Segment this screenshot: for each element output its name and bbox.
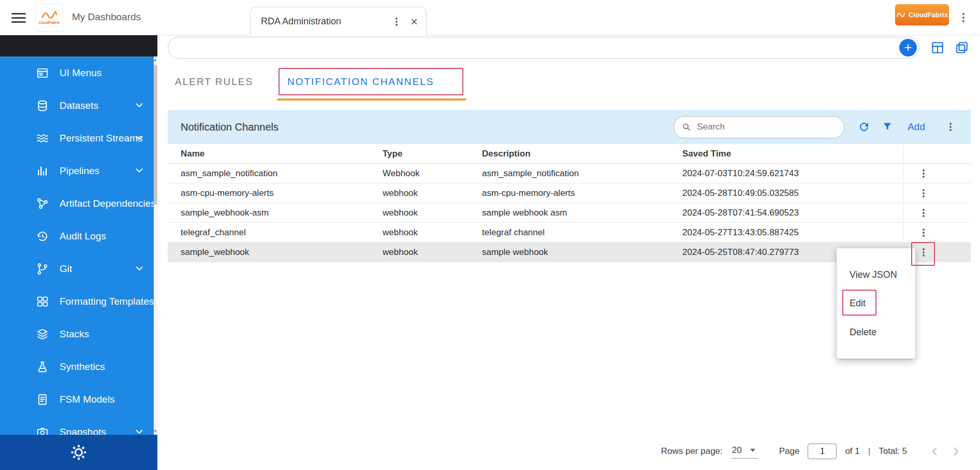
table-row[interactable]: asm-cpu-memory-alerts webhook asm-cpu-me… xyxy=(168,183,971,203)
row-kebab-menu-icon[interactable] xyxy=(918,223,929,243)
sidebar-item-audit-logs[interactable]: Audit Logs xyxy=(0,220,154,252)
brand-badge-label: CloudFabrix xyxy=(909,11,948,19)
sidebar-item-label: Audit Logs xyxy=(60,231,106,242)
chevron-down-icon xyxy=(134,263,145,274)
rows-per-page-select[interactable]: 20 xyxy=(731,444,758,459)
sidebar-item-label: Pipelines xyxy=(60,165,99,177)
cloudfabrix-logo[interactable]: CloudFabrix xyxy=(35,4,63,32)
cell-description: asm_sample_notification xyxy=(482,168,682,179)
table-row[interactable]: sample_webhook-asm webhook sample webhoo… xyxy=(168,203,971,223)
caret-down-icon xyxy=(750,449,755,452)
cloudfabrix-brand-badge[interactable]: CloudFabrix xyxy=(895,4,949,25)
tab-rda-administration[interactable]: RDA Administration × xyxy=(250,7,427,36)
cell-saved-time: 2024-05-28T07:41:54.690523 xyxy=(682,208,903,218)
tab-kebab-menu-icon[interactable] xyxy=(391,13,402,30)
column-header-saved-time: Saved Time xyxy=(682,149,903,159)
sidebar-item-pipelines[interactable]: Pipelines xyxy=(0,154,154,187)
tab-notification-channels[interactable]: NOTIFICATION CHANNELS xyxy=(287,76,434,88)
cloudfabrix-logo-mark xyxy=(41,11,57,20)
save-view-icon[interactable] xyxy=(955,41,969,54)
scrollbar-down-arrow[interactable] xyxy=(154,430,157,433)
page-number-input[interactable] xyxy=(808,444,837,459)
column-header-name: Name xyxy=(181,149,383,159)
refresh-icon[interactable] xyxy=(858,121,870,133)
cell-name: asm-cpu-memory-alerts xyxy=(181,188,383,198)
sidebar-item-synthetics[interactable]: Synthetics xyxy=(0,350,154,383)
panel-kebab-menu-icon[interactable] xyxy=(945,119,956,135)
notification-channels-panel: Notification Channels Add Name Type Desc… xyxy=(168,110,971,262)
sidebar-item-persistent-streams[interactable]: Persistent Streams xyxy=(0,122,154,154)
sidebar-item-label: Artifact Dependencies xyxy=(60,198,154,209)
search-box[interactable] xyxy=(674,116,844,138)
logo-text: CloudFabrix xyxy=(39,21,60,24)
audit-logs-icon xyxy=(36,230,49,243)
row-kebab-menu-icon[interactable] xyxy=(918,164,929,183)
snapshots-icon xyxy=(36,425,49,435)
pipelines-icon xyxy=(36,164,49,178)
sidebar-item-label: Persistent Streams xyxy=(60,133,143,144)
hamburger-menu-icon[interactable] xyxy=(11,13,26,25)
my-dashboards-label[interactable]: My Dashboards xyxy=(72,11,141,23)
sidebar-item-formatting-templates[interactable]: Formatting Templates xyxy=(0,285,154,318)
sidebar-scrollbar[interactable] xyxy=(154,56,157,435)
context-menu-item-delete[interactable]: Delete xyxy=(837,327,915,338)
cell-name: asm_sample_notification xyxy=(181,168,383,179)
row-kebab-menu-icon[interactable] xyxy=(918,203,929,223)
cell-saved-time: 2024-05-28T10:49:05.032585 xyxy=(682,188,903,198)
sidebar-item-git[interactable]: Git xyxy=(0,252,154,285)
sidebar-nav: UI Menus Datasets Persistent Streams Pip… xyxy=(0,56,154,435)
brand-badge-mark-icon xyxy=(896,12,905,18)
chevron-down-icon xyxy=(134,132,145,144)
chevron-down-icon xyxy=(134,99,145,111)
cell-type: webhook xyxy=(383,188,482,198)
sidebar-item-fsm-models[interactable]: FSM Models xyxy=(0,383,154,416)
sidebar-item-label: Datasets xyxy=(60,100,98,111)
next-page-button[interactable] xyxy=(949,445,963,458)
header-kebab-menu-icon[interactable] xyxy=(958,9,969,26)
sidebar-top-strip xyxy=(0,35,157,56)
sidebar-item-ui-menus[interactable]: UI Menus xyxy=(0,56,154,89)
git-icon xyxy=(36,262,49,276)
table-row[interactable]: asm_sample_notification Webhook asm_samp… xyxy=(168,164,971,183)
dashboard-search-bar[interactable]: + xyxy=(168,37,919,59)
filter-icon[interactable] xyxy=(882,121,894,133)
tab-alert-rules[interactable]: ALERT RULES xyxy=(175,76,253,88)
main-content: + ALERT RULES NOTIFICATION CHANNELS Noti… xyxy=(157,35,980,470)
search-input[interactable] xyxy=(697,122,837,132)
cell-type: webhook xyxy=(383,208,482,218)
scrollbar-up-arrow[interactable] xyxy=(154,59,157,61)
scrollbar-thumb[interactable] xyxy=(154,65,157,205)
row-kebab-menu-icon[interactable] xyxy=(918,243,929,262)
sidebar-item-snapshots[interactable]: Snapshots xyxy=(0,416,154,435)
formatting-templates-icon xyxy=(36,295,49,308)
column-header-actions xyxy=(903,144,971,164)
sidebar: UI Menus Datasets Persistent Streams Pip… xyxy=(0,35,157,470)
row-kebab-menu-icon[interactable] xyxy=(918,183,929,203)
sidebar-item-datasets[interactable]: Datasets xyxy=(0,89,154,122)
table-view-icon[interactable] xyxy=(931,41,944,54)
total-count-label: Total: 5 xyxy=(879,446,907,457)
sidebar-item-artifact-dependencies[interactable]: Artifact Dependencies xyxy=(0,187,154,220)
column-header-description: Description xyxy=(482,149,682,159)
gear-icon[interactable] xyxy=(70,444,87,461)
panel-toolbar: Add xyxy=(674,116,956,138)
persistent-streams-icon xyxy=(36,132,49,145)
sidebar-item-label: Stacks xyxy=(60,329,89,340)
chevron-down-icon xyxy=(134,426,145,435)
prev-page-button[interactable] xyxy=(928,445,941,458)
context-menu-item-view-json[interactable]: View JSON xyxy=(837,269,915,280)
add-button[interactable]: Add xyxy=(908,121,925,133)
active-tab-indicator xyxy=(277,98,466,101)
table-row[interactable]: telegraf_channel webhook telegraf channe… xyxy=(168,223,971,243)
ui-menus-icon xyxy=(36,66,49,80)
cell-name: sample_webhook-asm xyxy=(181,208,383,218)
stacks-icon xyxy=(36,327,49,341)
table-header-row: Name Type Description Saved Time xyxy=(168,144,971,164)
cell-type: Webhook xyxy=(383,168,482,179)
context-menu-item-edit[interactable]: Edit xyxy=(837,298,915,309)
artifact-dependencies-icon xyxy=(36,197,49,210)
close-icon[interactable]: × xyxy=(411,16,418,28)
sidebar-item-stacks[interactable]: Stacks xyxy=(0,318,154,350)
add-widget-button[interactable]: + xyxy=(899,39,917,56)
sidebar-item-label: Synthetics xyxy=(60,361,105,373)
